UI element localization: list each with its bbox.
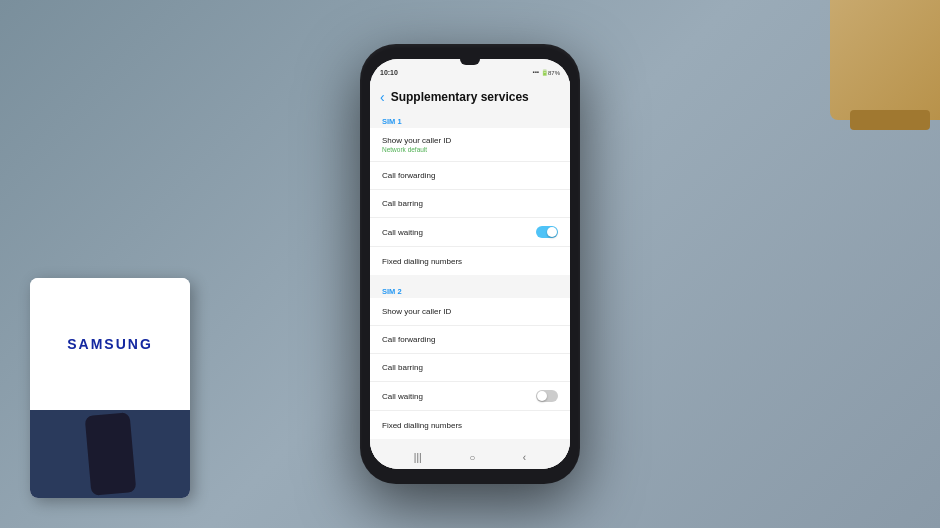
sim2-fixed-dialling-title: Fixed dialling numbers [382, 421, 462, 430]
phone-silhouette [84, 412, 136, 496]
sim2-call-barring-title: Call barring [382, 363, 423, 372]
sim1-caller-id-text: Show your caller ID Network default [382, 136, 451, 153]
sim2-call-waiting-item[interactable]: Call waiting [370, 382, 570, 411]
sim2-caller-id-item[interactable]: Show your caller ID [370, 298, 570, 326]
sim2-call-forwarding-title: Call forwarding [382, 335, 435, 344]
sim1-call-waiting-item[interactable]: Call waiting [370, 218, 570, 247]
back-button[interactable]: ‹ [380, 89, 385, 105]
page-header: ‹ Supplementary services [370, 81, 570, 111]
sim2-call-waiting-title: Call waiting [382, 392, 423, 401]
sim2-call-forwarding-text: Call forwarding [382, 335, 435, 344]
sim2-call-barring-item[interactable]: Call barring [370, 354, 570, 382]
bottom-navigation: ||| ○ ‹ [370, 445, 570, 469]
phone-notch [460, 59, 480, 65]
sim1-call-barring-item[interactable]: Call barring [370, 190, 570, 218]
sim1-section-label: SIM 1 [370, 111, 570, 128]
status-time: 10:10 [380, 69, 398, 76]
status-icons: ▪▪▪ 🔋87% [533, 69, 560, 76]
sim1-call-waiting-toggle-knob [547, 227, 557, 237]
phone-device: 10:10 ▪▪▪ 🔋87% ‹ Supplementary services … [360, 44, 580, 484]
sim1-call-waiting-title: Call waiting [382, 228, 423, 237]
sim2-call-barring-text: Call barring [382, 363, 423, 372]
sim2-call-waiting-toggle-knob [537, 391, 547, 401]
samsung-box: SAMSUNG [30, 278, 190, 498]
settings-list: SIM 1 Show your caller ID Network defaul… [370, 111, 570, 445]
signal-icon: ▪▪▪ [533, 69, 539, 75]
sim1-call-forwarding-title: Call forwarding [382, 171, 435, 180]
back-nav-button[interactable]: ‹ [523, 452, 526, 463]
sim2-caller-id-text: Show your caller ID [382, 307, 451, 316]
menu-nav-button[interactable]: ||| [414, 452, 422, 463]
sim1-call-barring-text: Call barring [382, 199, 423, 208]
sim1-call-forwarding-item[interactable]: Call forwarding [370, 162, 570, 190]
sim2-settings-group: Show your caller ID Call forwarding Call… [370, 298, 570, 439]
sim2-call-waiting-toggle[interactable] [536, 390, 558, 402]
sim1-call-waiting-toggle[interactable] [536, 226, 558, 238]
home-nav-button[interactable]: ○ [469, 452, 475, 463]
sim1-call-forwarding-text: Call forwarding [382, 171, 435, 180]
page-title: Supplementary services [391, 90, 529, 104]
samsung-logo: SAMSUNG [67, 336, 153, 352]
cardboard-box [830, 0, 940, 120]
sim2-fixed-dialling-text: Fixed dialling numbers [382, 421, 462, 430]
sim2-caller-id-title: Show your caller ID [382, 307, 451, 316]
sim1-caller-id-item[interactable]: Show your caller ID Network default [370, 128, 570, 162]
sim1-call-barring-title: Call barring [382, 199, 423, 208]
screen-content: ‹ Supplementary services SIM 1 Show your… [370, 81, 570, 469]
sim1-fixed-dialling-item[interactable]: Fixed dialling numbers [370, 247, 570, 275]
sim1-call-waiting-text: Call waiting [382, 228, 423, 237]
sim1-fixed-dialling-text: Fixed dialling numbers [382, 257, 462, 266]
sim2-call-forwarding-item[interactable]: Call forwarding [370, 326, 570, 354]
sim1-fixed-dialling-title: Fixed dialling numbers [382, 257, 462, 266]
phone-screen: 10:10 ▪▪▪ 🔋87% ‹ Supplementary services … [370, 59, 570, 469]
sim1-settings-group: Show your caller ID Network default Call… [370, 128, 570, 275]
sim2-fixed-dialling-item[interactable]: Fixed dialling numbers [370, 411, 570, 439]
sim1-caller-id-subtitle: Network default [382, 146, 451, 153]
sim2-call-waiting-text: Call waiting [382, 392, 423, 401]
sim2-section-label: SIM 2 [370, 281, 570, 298]
battery-icon: 🔋87% [541, 69, 560, 76]
sim1-caller-id-title: Show your caller ID [382, 136, 451, 145]
